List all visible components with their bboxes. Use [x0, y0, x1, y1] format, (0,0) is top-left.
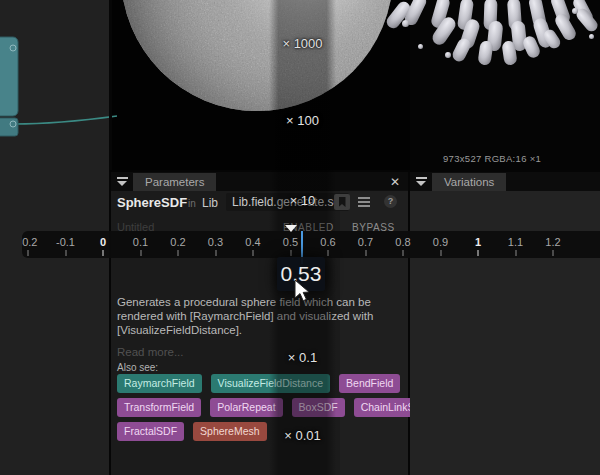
- operator-in-label: in: [188, 198, 196, 209]
- panel-menu-icon[interactable]: [117, 177, 128, 186]
- ruler-tick-label: 0.1: [133, 236, 148, 248]
- ruler-tick-label: 0.8: [395, 236, 410, 248]
- list-icon: [358, 197, 370, 199]
- related-operator-tag[interactable]: FractalSDF: [117, 422, 184, 441]
- ruler-tick-label: 0.2: [170, 236, 185, 248]
- ruler-tick-mark: [140, 250, 141, 256]
- app-window: 973x527 RGBA:16 ×1 Parameters ✕ SphereSD…: [0, 0, 600, 475]
- ruler-tick-label: 0: [100, 236, 106, 248]
- panel-menu-icon[interactable]: [416, 177, 427, 186]
- scale-ladder-label: × 10: [269, 193, 336, 208]
- also-see-label: Also see:: [117, 362, 158, 373]
- ruler-tick-mark: [365, 250, 366, 256]
- capsule-shape: [589, 34, 594, 39]
- value-marker-icon: [285, 225, 297, 232]
- bookmark-icon: [339, 197, 346, 207]
- ruler-tick-label: 1.1: [508, 236, 523, 248]
- ruler-tick-label: 0.3: [208, 236, 223, 248]
- ruler-tick-mark: [65, 250, 66, 256]
- operator-name: SphereSDF: [117, 195, 187, 210]
- value-ruler[interactable]: -0.2-0.100.10.20.30.40.50.60.70.80.911.1…: [22, 231, 600, 258]
- ruler-tick-mark: [478, 250, 479, 256]
- ruler-tick-mark: [103, 250, 104, 256]
- ruler-tick-mark: [215, 250, 216, 256]
- description-line: rendered with [RaymarchField] and visual…: [117, 310, 401, 324]
- capsule-shape: [402, 20, 409, 27]
- tab-variations[interactable]: Variations: [432, 173, 506, 191]
- bookmark-toggle-button[interactable]: [334, 194, 350, 210]
- related-operator-tag[interactable]: RaymarchField: [117, 374, 202, 393]
- ruler-tick-label: 0.7: [358, 236, 373, 248]
- ruler-tick-label: -0.2: [22, 236, 37, 248]
- capsule-shape: [418, 44, 423, 49]
- ruler-tick-label: 0.6: [320, 236, 335, 248]
- ruler-tick-mark: [515, 250, 516, 256]
- operator-description: Generates a procedural sphere field whic…: [117, 296, 401, 337]
- ruler-tick-mark: [290, 250, 291, 256]
- ruler-tick-mark: [253, 250, 254, 256]
- ruler-tick-label: 1.2: [545, 236, 560, 248]
- graph-node-and-wire[interactable]: [0, 0, 118, 160]
- list-view-button[interactable]: [358, 197, 370, 207]
- mouse-cursor-icon: [294, 279, 312, 305]
- tab-parameters[interactable]: Parameters: [133, 173, 216, 191]
- capsule-shape: [572, 8, 578, 14]
- ruler-tick-label: 0.4: [245, 236, 260, 248]
- capsule-shape: [445, 52, 451, 58]
- help-button[interactable]: ?: [384, 195, 397, 208]
- noise-sphere-preview: [120, 0, 394, 112]
- read-more-link[interactable]: Read more...: [117, 346, 183, 358]
- description-line: [VisualizeFieldDistance].: [117, 324, 401, 338]
- scale-ladder-label: × 1000: [269, 36, 336, 51]
- scale-ladder-label: × 0.1: [269, 350, 336, 365]
- scale-ladder-label: × 0.01: [269, 428, 336, 443]
- ruler-tick-mark: [440, 250, 441, 256]
- ruler-tick-mark: [28, 250, 29, 256]
- related-operator-tag[interactable]: BendField: [339, 374, 400, 393]
- output-resolution-label: 973x527 RGBA:16 ×1: [443, 153, 541, 164]
- related-operator-tag[interactable]: SphereMesh: [193, 422, 267, 441]
- ruler-tick-label: -0.1: [56, 236, 75, 248]
- ruler-tick-label: 0.9: [433, 236, 448, 248]
- description-line: Generates a procedural sphere field whic…: [117, 296, 401, 310]
- ruler-tick-mark: [553, 250, 554, 256]
- close-icon[interactable]: ✕: [390, 175, 400, 189]
- ruler-tick-mark: [328, 250, 329, 256]
- ruler-tick-mark: [178, 250, 179, 256]
- scale-ladder-label: × 100: [269, 113, 336, 128]
- ruler-tick-label: 1: [475, 236, 481, 248]
- ruler-tick-label: 0.5: [283, 236, 298, 248]
- namespace-root-link[interactable]: Lib: [202, 196, 218, 210]
- ruler-tick-mark: [403, 250, 404, 256]
- parameters-panel-header: Parameters: [111, 172, 408, 191]
- variations-panel-header: Variations: [410, 172, 600, 191]
- related-operator-tags: RaymarchFieldVisualizeFieldDistanceBendF…: [117, 374, 387, 446]
- related-operator-tag[interactable]: TransformField: [117, 398, 201, 417]
